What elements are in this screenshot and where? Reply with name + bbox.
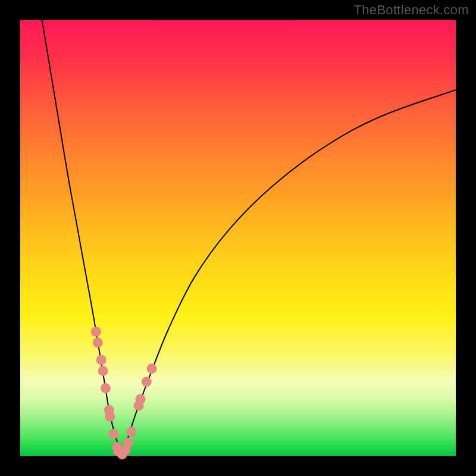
data-marker [96,355,107,365]
right-branch-curve [123,90,456,456]
curve-layer [20,20,456,456]
data-marker [101,383,111,393]
left-branch-curve [42,20,123,456]
chart-frame: TheBottleneck.com [0,0,476,476]
data-marker [98,366,108,376]
data-marker [123,438,133,448]
data-marker [91,327,101,337]
data-marker [105,412,115,422]
data-marker [136,394,146,404]
plot-area [20,20,456,456]
data-marker [142,377,152,387]
data-marker [108,429,118,439]
data-marker [147,364,157,374]
marker-group [91,327,157,459]
data-marker [126,427,136,437]
watermark-text: TheBottleneck.com [354,2,469,18]
data-marker [93,337,103,347]
